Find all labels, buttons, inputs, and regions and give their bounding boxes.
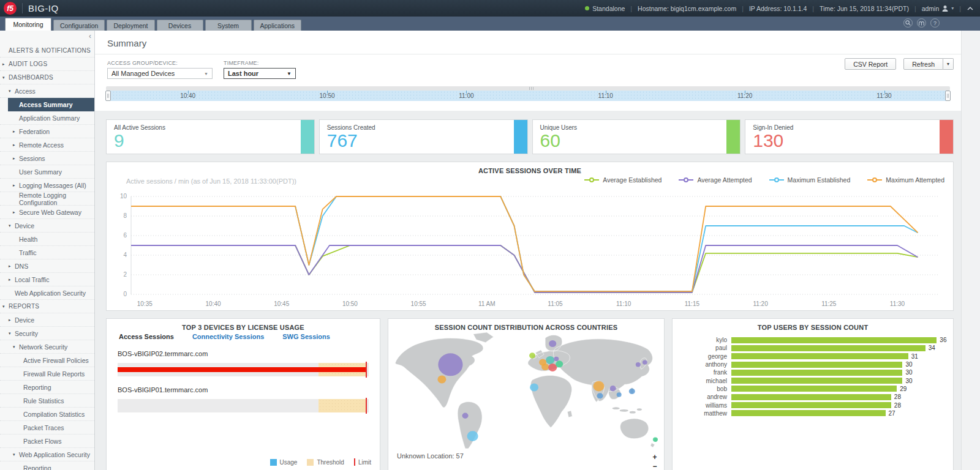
- scrollbar-gutter[interactable]: [961, 31, 980, 470]
- tab-configuration[interactable]: Configuration: [53, 20, 105, 31]
- user-menu[interactable]: admin ▾: [922, 5, 954, 12]
- collapse-topbar-icon[interactable]: [967, 6, 974, 11]
- sidebar-item-user-summary[interactable]: User Summary: [0, 165, 94, 179]
- session-count-bubble[interactable]: [636, 362, 641, 367]
- sidebar-item-remote-logging-configuration[interactable]: Remote Logging Configuration: [0, 192, 94, 206]
- user-session-bar: [731, 394, 891, 400]
- sidebar-item-dashboards[interactable]: ▾DASHBOARDS: [0, 71, 94, 84]
- sidebar-item-access[interactable]: ▾Access: [0, 84, 94, 98]
- license-tab-access-sessions[interactable]: Access Sessions: [119, 333, 174, 340]
- session-count-bubble[interactable]: [438, 353, 462, 376]
- session-count-bubble[interactable]: [548, 364, 557, 371]
- session-count-bubble[interactable]: [554, 357, 559, 361]
- svg-text:10:35: 10:35: [137, 300, 153, 307]
- sidebar-item-packet-traces[interactable]: Packet Traces: [0, 421, 94, 435]
- sidebar-item-reports[interactable]: ▾REPORTS: [0, 300, 94, 313]
- user-name-label: michael: [677, 378, 731, 384]
- session-count-bubble[interactable]: [549, 340, 556, 347]
- sidebar-item-traffic[interactable]: Traffic: [0, 246, 94, 259]
- unknown-location-text: Unknown Location: 57: [397, 452, 464, 460]
- refresh-options-caret[interactable]: ▼: [943, 58, 954, 70]
- slider-handle-right[interactable]: [945, 91, 951, 101]
- sidebar-item-active-firewall-policies[interactable]: Active Firewall Policies: [0, 354, 94, 367]
- sidebar-item-web-application-security[interactable]: Web Application Security: [0, 286, 94, 300]
- sidebar-item-dns[interactable]: ▸DNS: [0, 259, 94, 273]
- time-range-slider[interactable]: 10:4010:5011:0011:1011:2011:30: [106, 86, 950, 102]
- sidebar-item-compilation-statistics[interactable]: Compilation Statistics: [0, 408, 94, 421]
- session-count-bubble[interactable]: [593, 381, 604, 392]
- tab-devices[interactable]: Devices: [157, 20, 203, 31]
- session-count-bubble[interactable]: [617, 392, 622, 397]
- world-map: [391, 332, 662, 449]
- sidebar-item-label: Remote Logging Configuration: [19, 192, 94, 206]
- legend-marker-icon: [679, 177, 693, 183]
- session-count-bubble[interactable]: [610, 386, 616, 391]
- sidebar-item-health[interactable]: Health: [0, 233, 94, 246]
- sidebar-item-reporting[interactable]: Reporting: [0, 461, 94, 470]
- session-count-bubble[interactable]: [529, 352, 535, 358]
- license-tab-connectivity-sessions[interactable]: Connectivity Sessions: [192, 333, 264, 340]
- stat-card-value: 130: [753, 131, 953, 151]
- legend-label: Limit: [358, 459, 371, 466]
- legend-label: Average Established: [603, 176, 662, 184]
- slider-grip-handle[interactable]: [528, 87, 535, 90]
- sidebar-item-network-security[interactable]: ▾Network Security: [0, 340, 94, 354]
- device-block-bos-vbigip02-termmarc-com: BOS-vBIGIP02.termmarc.com: [118, 350, 369, 376]
- sidebar-item-device[interactable]: ▾Device: [0, 219, 94, 233]
- docs-icon[interactable]: [917, 18, 926, 28]
- user-bar-value: 27: [889, 410, 895, 417]
- sidebar-item-alerts-notifications[interactable]: ALERTS & NOTIFICATIONS: [0, 44, 94, 58]
- access-group-select[interactable]: All Managed Devices ▼: [107, 68, 213, 79]
- sidebar-item-web-application-security[interactable]: ▾Web Application Security: [0, 448, 94, 461]
- session-count-bubble[interactable]: [437, 375, 446, 383]
- map-zoom-in-button[interactable]: +: [650, 453, 659, 461]
- search-icon[interactable]: [903, 18, 913, 28]
- sidebar-item-access-summary[interactable]: Access Summary: [8, 98, 94, 111]
- session-count-bubble[interactable]: [629, 389, 635, 394]
- timeframe-select[interactable]: Last hour ▼: [224, 68, 296, 79]
- sidebar-item-packet-flows[interactable]: Packet Flows: [0, 435, 94, 448]
- session-count-bubble[interactable]: [467, 431, 478, 441]
- session-count-bubble[interactable]: [462, 413, 469, 419]
- sidebar-item-remote-access[interactable]: ▸Remote Access: [0, 138, 94, 152]
- sidebar-item-application-summary[interactable]: Application Summary: [0, 111, 94, 125]
- legend-swatch: [354, 458, 355, 466]
- tab-monitoring[interactable]: Monitoring: [5, 18, 51, 31]
- refresh-button[interactable]: Refresh: [903, 58, 943, 70]
- session-count-bubble[interactable]: [546, 356, 554, 364]
- sidebar-item-sessions[interactable]: ▸Sessions: [0, 152, 94, 165]
- slider-selected-range[interactable]: 10:4010:5011:0011:1011:2011:30: [106, 91, 950, 101]
- slider-handle-left[interactable]: [105, 91, 111, 101]
- sidebar-item-logging-messages-all[interactable]: ▸Logging Messages (All): [0, 179, 94, 192]
- session-count-bubble[interactable]: [653, 437, 658, 441]
- session-count-bubble[interactable]: [541, 364, 549, 370]
- sidebar-item-rule-statistics[interactable]: Rule Statistics: [0, 394, 94, 408]
- timeframe-label: TIMEFRAME:: [224, 60, 296, 66]
- sidebar-item-reporting[interactable]: Reporting: [0, 381, 94, 394]
- svg-text:11 AM: 11 AM: [478, 300, 496, 307]
- sidebar-item-firewall-rule-reports[interactable]: Firewall Rule Reports: [0, 367, 94, 381]
- sidebar-item-audit-logs[interactable]: ▸AUDIT LOGS: [0, 58, 94, 71]
- sidebar-item-federation[interactable]: ▸Federation: [0, 125, 94, 138]
- session-count-bubble[interactable]: [643, 360, 647, 364]
- license-tab-swg-sessions[interactable]: SWG Sessions: [282, 333, 330, 340]
- f5-logo: f5: [4, 2, 17, 15]
- sidebar-item-security[interactable]: ▾Security: [0, 327, 94, 340]
- session-count-bubble[interactable]: [597, 393, 603, 398]
- session-count-bubble[interactable]: [530, 383, 538, 391]
- sidebar-item-device[interactable]: ▸Device: [0, 313, 94, 327]
- user-name-label: george: [677, 353, 731, 360]
- legend-item-maximum-established: Maximum Established: [769, 176, 851, 184]
- tab-system[interactable]: System: [205, 20, 252, 31]
- map-zoom-out-button[interactable]: −: [650, 463, 659, 470]
- session-count-bubble[interactable]: [556, 360, 563, 367]
- tab-deployment[interactable]: Deployment: [107, 20, 154, 31]
- help-icon[interactable]: ?: [930, 18, 940, 28]
- csv-report-button[interactable]: CSV Report: [845, 58, 896, 70]
- sidebar-item-secure-web-gateway[interactable]: ▸Secure Web Gateway: [0, 206, 94, 219]
- sidebar-collapse-icon[interactable]: ‹: [89, 33, 91, 39]
- sidebar-item-local-traffic[interactable]: ▸Local Traffic: [0, 273, 94, 286]
- slider-rail[interactable]: [106, 86, 950, 91]
- sidebar-item-label: Device: [15, 316, 34, 324]
- tab-applications[interactable]: Applications: [254, 20, 302, 31]
